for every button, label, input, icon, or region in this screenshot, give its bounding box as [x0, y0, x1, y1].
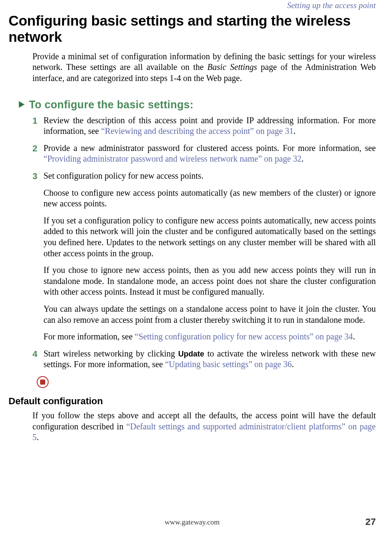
step-3-text-a: Set configuration policy for new access … — [44, 171, 203, 180]
step-3-para-5: For more information, see “Setting confi… — [44, 331, 376, 342]
step-4: 4 Start wireless networking by clicking … — [32, 348, 376, 370]
sub-heading-default-config: Default configuration — [9, 396, 376, 407]
step-1-text-b: . — [293, 126, 296, 136]
step-3-p5-b: . — [353, 332, 355, 341]
sub-text-b: . — [37, 432, 39, 442]
triangle-icon — [19, 101, 25, 108]
step-number: 4 — [32, 348, 38, 360]
page-title: Configuring basic settings and starting … — [9, 13, 376, 45]
default-config-paragraph: If you follow the steps above and accept… — [32, 410, 376, 443]
step-2-text-b: . — [302, 154, 304, 163]
step-1: 1 Review the description of this access … — [32, 115, 376, 137]
step-3: 3 Set configuration policy for new acces… — [32, 171, 376, 342]
step-number: 2 — [32, 143, 38, 154]
procedure-heading: To configure the basic settings: — [19, 99, 376, 111]
step-3-para-4: You can always update the settings on a … — [44, 304, 376, 325]
step-3-para-2: If you set a configuration policy to con… — [44, 215, 376, 259]
page: Setting up the access point Configuring … — [0, 0, 392, 536]
step-3-para-1: Choose to configure new access points au… — [44, 188, 376, 209]
step-2-text-a: Provide a new administrator password for… — [44, 143, 376, 153]
page-footer: www.gateway.com 27 — [9, 518, 376, 527]
step-4-text-a: Start wireless networking by clicking — [44, 349, 178, 358]
step-4-text-c: . — [292, 359, 294, 369]
xref-config-policy[interactable]: “Setting configuration policy for new ac… — [135, 332, 353, 341]
end-procedure-icon — [37, 376, 376, 388]
footer-url: www.gateway.com — [9, 518, 376, 527]
xref-updating-settings[interactable]: “Updating basic settings” on page 36 — [165, 359, 292, 369]
step-number: 1 — [32, 115, 38, 127]
steps-list: 1 Review the description of this access … — [32, 115, 376, 370]
page-number: 27 — [366, 516, 376, 527]
xref-reviewing-access-point[interactable]: “Reviewing and describing the access poi… — [101, 126, 293, 136]
xref-admin-password[interactable]: “Providing administrator password and wi… — [44, 154, 302, 163]
step-number: 3 — [32, 171, 38, 182]
step-3-para-3: If you chose to ignore new access points… — [44, 265, 376, 298]
intro-paragraph: Provide a minimal set of configuration i… — [32, 51, 376, 84]
step-3-p5-a: For more information, see — [44, 332, 135, 341]
running-header: Setting up the access point — [9, 0, 376, 10]
ui-term-update: Update — [178, 350, 204, 358]
procedure-title: To configure the basic settings: — [29, 99, 194, 111]
intro-emphasis: Basic Settings — [207, 62, 257, 72]
step-2: 2 Provide a new administrator password f… — [32, 143, 376, 165]
